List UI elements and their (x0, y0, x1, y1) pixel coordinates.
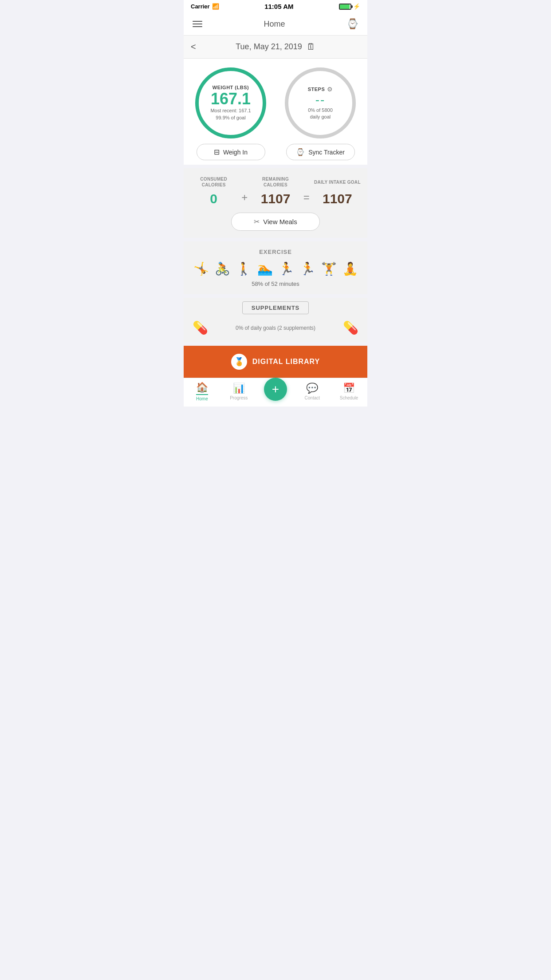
weight-sub1: Most recent: 167.1 (210, 107, 251, 114)
page-title: Home (264, 20, 285, 29)
supplements-section: SUPPLEMENTS 💊 0% of daily goals (2 suppl… (184, 298, 367, 342)
utensils-icon: ✂ (254, 217, 260, 226)
home-icon: 🏠 (196, 382, 208, 395)
plus-operator: + (239, 191, 250, 204)
bottom-nav: 🏠 Home 📊 Progress + 💬 Contact 📅 Schedule (184, 378, 367, 407)
daily-goal-label: DAILY INTAKE GOAL (314, 175, 361, 189)
menu-button[interactable] (193, 21, 202, 27)
calories-section: CONSUMED CALORIES 0 + REMAINING CALORIES… (184, 168, 367, 238)
status-time: 11:05 AM (264, 3, 293, 10)
calendar-icon[interactable]: 🗓 (307, 42, 315, 52)
view-meals-label: View Meals (263, 218, 297, 225)
exercise-icon-cycling[interactable]: 🚴 (215, 261, 230, 276)
status-bar: Carrier 📶 11:05 AM ⚡ (184, 0, 367, 13)
weight-inner: WEIGHT (LBS) 167.1 Most recent: 167.1 99… (206, 80, 255, 126)
carrier-label: Carrier (191, 3, 210, 10)
nav-header: Home ⌚ (184, 13, 367, 36)
steps-ring: STEPS ⚙ -- 0% of 5800 daily goal (285, 67, 356, 138)
daily-goal-col: DAILY INTAKE GOAL 1107 (312, 175, 363, 206)
weight-ring: WEIGHT (LBS) 167.1 Most recent: 167.1 99… (195, 67, 266, 138)
digital-library-button[interactable]: 🏅 DIGITAL LIBRARY (184, 346, 367, 378)
steps-inner: STEPS ⚙ -- 0% of 5800 daily goal (303, 81, 338, 125)
supplements-content: 💊 0% of daily goals (2 supplements) 💊 (188, 320, 363, 335)
exercise-icon-yoga[interactable]: 🤸 (193, 261, 209, 276)
supplements-title: SUPPLEMENTS (242, 301, 309, 314)
weigh-in-button[interactable]: ⊟ Weigh In (197, 144, 265, 160)
digital-library-icon: 🏅 (231, 354, 247, 370)
weight-label: WEIGHT (LBS) (213, 85, 249, 90)
status-left: Carrier 📶 (191, 3, 219, 10)
steps-widget: STEPS ⚙ -- 0% of 5800 daily goal ⌚ Sync … (278, 67, 363, 160)
steps-label: STEPS (308, 87, 325, 92)
circles-section: WEIGHT (LBS) 167.1 Most recent: 167.1 99… (184, 59, 367, 165)
exercise-icon-meditation[interactable]: 🧘 (342, 261, 358, 276)
exercise-icon-running[interactable]: 🏃 (279, 261, 294, 276)
exercise-icon-swimming[interactable]: 🏊 (257, 261, 273, 276)
supplement-icon-right: 💊 (343, 320, 358, 335)
schedule-icon: 📅 (343, 383, 355, 394)
nav-schedule[interactable]: 📅 Schedule (331, 383, 367, 400)
sync-tracker-icon: ⌚ (296, 148, 305, 156)
calories-grid: CONSUMED CALORIES 0 + REMAINING CALORIES… (188, 175, 363, 206)
supplement-icon-left: 💊 (193, 320, 208, 335)
sync-tracker-label: Sync Tracker (308, 149, 345, 156)
weigh-in-label: Weigh In (223, 149, 248, 156)
sync-tracker-button[interactable]: ⌚ Sync Tracker (286, 144, 355, 160)
weight-widget: WEIGHT (LBS) 167.1 Most recent: 167.1 99… (188, 67, 273, 160)
daily-goal-value: 1107 (323, 191, 352, 206)
remaining-value: 1107 (261, 191, 291, 206)
steps-label-row: STEPS ⚙ (308, 86, 333, 93)
schedule-label: Schedule (340, 395, 358, 400)
add-button[interactable]: + (264, 378, 287, 401)
nav-home[interactable]: 🏠 Home (184, 382, 220, 401)
exercise-progress: 58% of 52 minutes (188, 281, 363, 287)
steps-sub1: 0% of 5800 (308, 107, 333, 114)
exercise-icon-soccer[interactable]: 🏃 (300, 261, 315, 276)
consumed-label: CONSUMED CALORIES (188, 175, 239, 189)
exercise-section: EXERCISE 🤸 🚴 🚶 🏊 🏃 🏃 🏋 🧘 58% of 52 minut… (184, 241, 367, 294)
status-right: ⚡ (339, 3, 360, 10)
weigh-in-icon: ⊟ (214, 148, 220, 156)
steps-sub2: daily goal (310, 114, 331, 120)
exercise-title: EXERCISE (188, 249, 363, 255)
exercise-icon-weightlifting[interactable]: 🏋 (321, 261, 337, 276)
supplements-progress: 0% of daily goals (2 supplements) (208, 325, 343, 331)
view-meals-button[interactable]: ✂ View Meals (231, 213, 320, 231)
wifi-icon: 📶 (212, 3, 219, 10)
weight-sub2: 99.9% of goal (216, 115, 245, 121)
contact-icon: 💬 (306, 383, 318, 394)
exercise-icons: 🤸 🚴 🚶 🏊 🏃 🏃 🏋 🧘 (188, 261, 363, 276)
home-label: Home (196, 396, 208, 401)
digital-library-label: DIGITAL LIBRARY (252, 358, 320, 366)
watch-icon[interactable]: ⌚ (346, 18, 358, 30)
progress-label: Progress (230, 395, 248, 400)
date-bar: < Tue, May 21, 2019 🗓 (184, 36, 367, 59)
battery-icon (339, 4, 351, 10)
gear-icon[interactable]: ⚙ (327, 86, 333, 93)
exercise-icon-walking[interactable]: 🚶 (236, 261, 252, 276)
nav-progress[interactable]: 📊 Progress (220, 383, 257, 400)
weight-value: 167.1 (211, 90, 251, 108)
consumed-calories-col: CONSUMED CALORIES 0 (188, 175, 239, 206)
consumed-value: 0 (210, 191, 217, 206)
back-button[interactable]: < (191, 42, 196, 52)
equals-operator: = (301, 191, 312, 204)
date-label: Tue, May 21, 2019 (236, 42, 302, 51)
remaining-calories-col: REMAINING CALORIES 1107 (250, 175, 301, 206)
remaining-label: REMAINING CALORIES (250, 175, 301, 189)
contact-label: Contact (305, 395, 320, 400)
charging-icon: ⚡ (353, 3, 360, 10)
progress-icon: 📊 (233, 383, 245, 394)
steps-value: -- (315, 93, 326, 107)
nav-contact[interactable]: 💬 Contact (294, 383, 331, 400)
nav-add[interactable]: + (257, 382, 294, 401)
